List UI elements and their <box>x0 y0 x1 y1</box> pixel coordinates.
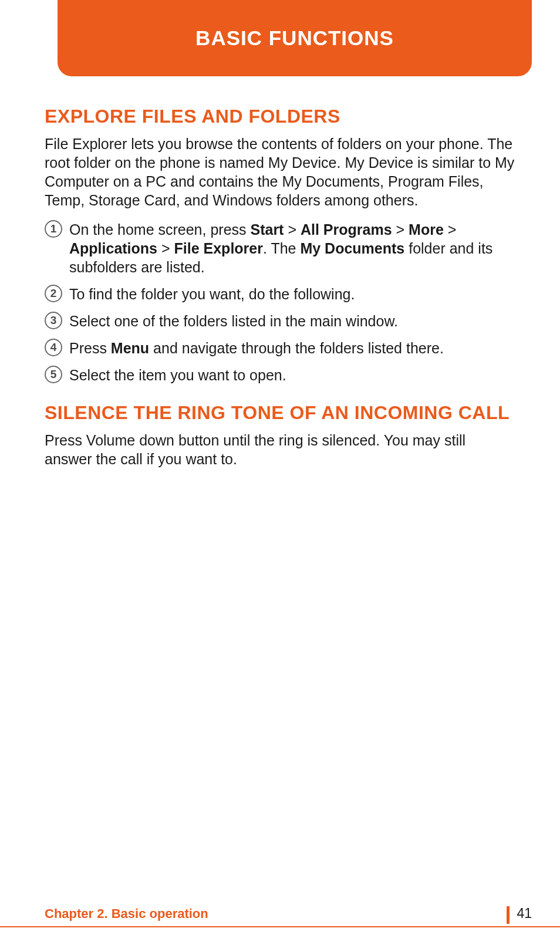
step-text: On the home screen, press Start > All Pr… <box>69 220 515 276</box>
step-text: Select the item you want to open. <box>69 366 515 384</box>
step-text: To find the folder you want, do the foll… <box>69 285 515 303</box>
step-text: Select one of the folders listed in the … <box>69 312 515 330</box>
step-text: Press Menu and navigate through the fold… <box>69 339 515 357</box>
list-item: 3 Select one of the folders listed in th… <box>45 312 515 330</box>
section-body: Press Volume down button until the ring … <box>45 431 515 468</box>
list-item: 5 Select the item you want to open. <box>45 366 515 384</box>
list-item: 4 Press Menu and navigate through the fo… <box>45 339 515 357</box>
footer-page-number: 41 <box>517 906 532 921</box>
step-number-circle: 1 <box>45 220 62 238</box>
main-content: EXPLORE FILES AND FOLDERS File Explorer … <box>45 106 515 479</box>
section-heading-explore: EXPLORE FILES AND FOLDERS <box>45 106 515 127</box>
footer-chapter-label: Chapter 2. Basic operation <box>45 906 208 921</box>
list-item: 2 To find the folder you want, do the fo… <box>45 285 515 303</box>
list-item: 1 On the home screen, press Start > All … <box>45 220 515 276</box>
step-number-circle: 4 <box>45 339 62 356</box>
header-tab: BASIC FUNCTIONS <box>58 0 532 76</box>
step-number-circle: 2 <box>45 285 62 302</box>
step-number-circle: 3 <box>45 312 62 329</box>
footer-line <box>0 926 560 927</box>
footer-divider <box>507 906 510 924</box>
numbered-steps-list: 1 On the home screen, press Start > All … <box>45 220 515 384</box>
step-number-circle: 5 <box>45 366 62 383</box>
section-heading-silence: SILENCE THE RING TONE OF AN INCOMING CAL… <box>45 402 515 424</box>
header-title: BASIC FUNCTIONS <box>195 26 394 50</box>
page-footer: Chapter 2. Basic operation 41 <box>0 904 560 927</box>
section-intro: File Explorer lets you browse the conten… <box>45 134 515 210</box>
